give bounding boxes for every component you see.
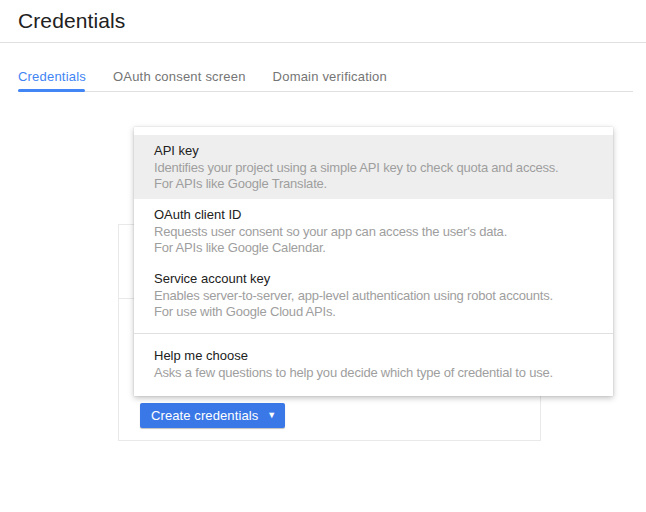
menu-item-title: Help me choose	[154, 347, 593, 364]
credentials-page: { "page": { "title": "Credentials" }, "t…	[0, 0, 646, 512]
menu-item-description: For use with Google Cloud APIs.	[154, 304, 593, 320]
active-tab-underline	[18, 89, 85, 92]
menu-item-title: OAuth client ID	[154, 206, 593, 223]
menu-divider	[134, 333, 613, 334]
create-credentials-button[interactable]: Create credentials ▼	[140, 403, 285, 428]
menu-item-title: Service account key	[154, 270, 593, 287]
menu-item-description: For APIs like Google Calendar.	[154, 240, 593, 256]
menu-item-description: Enables server-to-server, app-level auth…	[154, 288, 593, 304]
header-divider	[0, 42, 646, 43]
menu-item-service-account-key[interactable]: Service account key Enables server-to-se…	[134, 263, 613, 327]
menu-item-api-key[interactable]: API key Identifies your project using a …	[134, 135, 613, 199]
menu-item-oauth-client-id[interactable]: OAuth client ID Requests user consent so…	[134, 199, 613, 263]
menu-item-description: Asks a few questions to help you decide …	[154, 365, 593, 381]
create-credentials-label: Create credentials	[151, 408, 258, 423]
menu-item-description: Identifies your project using a simple A…	[154, 160, 593, 176]
menu-item-description: For APIs like Google Translate.	[154, 176, 593, 192]
tab-oauth-consent-screen[interactable]: OAuth consent screen	[113, 70, 246, 84]
caret-down-icon: ▼	[267, 411, 276, 420]
create-credentials-menu: API key Identifies your project using a …	[134, 127, 613, 396]
tab-bar: Credentials OAuth consent screen Domain …	[18, 70, 387, 84]
tab-credentials[interactable]: Credentials	[18, 70, 86, 84]
menu-item-title: API key	[154, 142, 593, 159]
page-title: Credentials	[18, 9, 125, 33]
tab-domain-verification[interactable]: Domain verification	[273, 70, 387, 84]
tabbar-baseline	[18, 91, 633, 92]
menu-item-help-me-choose[interactable]: Help me choose Asks a few questions to h…	[134, 340, 613, 388]
menu-item-description: Requests user consent so your app can ac…	[154, 224, 593, 240]
